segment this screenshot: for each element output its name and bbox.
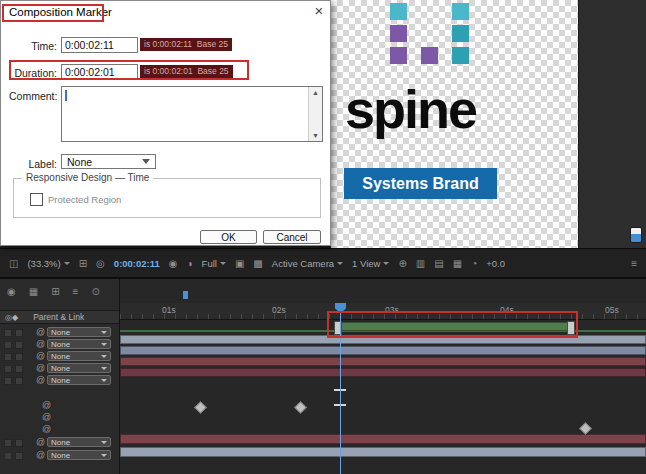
- label-select-value: None: [67, 156, 92, 168]
- layer-switch-cell[interactable]: [4, 452, 12, 460]
- scroll-thumb[interactable]: [630, 227, 642, 243]
- layer-row: @: [0, 411, 119, 423]
- layer-duration-bar[interactable]: [120, 357, 646, 366]
- layer-duration-bar[interactable]: [120, 434, 646, 444]
- ok-button[interactable]: OK: [200, 230, 257, 244]
- caret-down-icon: [101, 367, 107, 370]
- region-of-interest-icon[interactable]: ▣: [235, 258, 244, 269]
- timeline-button-icon[interactable]: ▤: [434, 258, 443, 269]
- chevron-down-icon: [142, 159, 150, 164]
- time-input[interactable]: 0:00:02:11: [61, 37, 138, 53]
- ruler-label: 02s: [272, 305, 286, 315]
- layer-switch-cell[interactable]: [15, 365, 23, 373]
- annotation-box: [327, 311, 578, 338]
- draft-3d-icon[interactable]: ⊞: [51, 286, 59, 297]
- pick-whip-icon[interactable]: @: [42, 411, 51, 423]
- view-layout[interactable]: 1 View: [352, 258, 389, 269]
- frame-blending-icon[interactable]: ≡: [73, 286, 79, 297]
- fast-previews-icon[interactable]: ▥: [416, 258, 425, 269]
- work-area-marker[interactable]: [183, 291, 188, 299]
- parent-link-select[interactable]: None: [47, 351, 111, 361]
- choose-grid-guides-icon[interactable]: ⊞: [79, 258, 87, 269]
- mask-visibility-icon[interactable]: ◎: [96, 258, 105, 269]
- keyframe-diamond[interactable]: [579, 422, 592, 435]
- show-channel-icon[interactable]: ◑: [187, 258, 193, 269]
- time-info: is 0:00:02:11 Base 25: [140, 38, 232, 51]
- cancel-button[interactable]: Cancel: [263, 230, 321, 244]
- motion-blur-icon[interactable]: ⊙: [91, 286, 99, 297]
- pick-whip-icon[interactable]: @: [36, 374, 45, 386]
- parent-link-select[interactable]: None: [47, 450, 111, 460]
- caret-down-icon: [220, 262, 226, 265]
- grid-options-icon[interactable]: ◫: [9, 258, 18, 269]
- timeline-track-area[interactable]: 01s02s03s04s05s: [120, 278, 646, 474]
- close-icon[interactable]: ×: [311, 3, 327, 19]
- annotation-box: [9, 60, 249, 80]
- pick-whip-icon[interactable]: @: [42, 423, 51, 435]
- exposure-value[interactable]: +0.0: [486, 258, 505, 269]
- find-icon[interactable]: ◉: [7, 286, 16, 297]
- parent-link-header: Parent & Link: [33, 312, 84, 322]
- pick-whip-icon[interactable]: @: [36, 326, 45, 338]
- parent-link-value: None: [51, 451, 70, 460]
- pick-whip-icon[interactable]: @: [42, 399, 51, 411]
- responsive-design-group: Responsive Design — Time Protected Regio…: [13, 178, 321, 218]
- exposure-value-value: +0.0: [486, 258, 505, 269]
- keyframe-diamond[interactable]: [294, 401, 307, 414]
- layer-switch-cell[interactable]: [15, 452, 23, 460]
- parent-link-select[interactable]: None: [47, 339, 111, 349]
- parent-link-value: None: [51, 352, 70, 361]
- resolution[interactable]: Full: [202, 258, 226, 269]
- layer-duration-bar[interactable]: [120, 368, 646, 377]
- layer-switch-cell[interactable]: [15, 439, 23, 447]
- scroll-up-icon[interactable]: ▲: [312, 89, 319, 96]
- parent-link-select[interactable]: None: [47, 327, 111, 337]
- pick-whip-icon[interactable]: @: [36, 338, 45, 350]
- caret-down-icon: [101, 441, 107, 444]
- layer-switch-cell[interactable]: [4, 341, 12, 349]
- scroll-down-icon[interactable]: ▼: [312, 132, 319, 139]
- parent-link-value: None: [51, 328, 70, 337]
- panel-gutter: [578, 0, 646, 248]
- parent-link-select[interactable]: None: [47, 375, 111, 385]
- keyframe-nav-column-icon: ◆: [12, 313, 18, 322]
- composition-flowchart-icon[interactable]: ▦: [29, 286, 38, 297]
- group-title: Responsive Design — Time: [22, 172, 153, 183]
- layer-switch-cell[interactable]: [4, 439, 12, 447]
- keyframe-diamond[interactable]: [194, 401, 207, 414]
- layer-switch-cell[interactable]: [15, 377, 23, 385]
- pick-whip-icon[interactable]: @: [36, 350, 45, 362]
- layer-duration-bar[interactable]: [120, 447, 646, 457]
- pick-whip-icon[interactable]: @: [36, 449, 45, 461]
- parent-link-select[interactable]: None: [47, 363, 111, 373]
- parent-link-value: None: [51, 376, 70, 385]
- layer-switch-cell[interactable]: [15, 341, 23, 349]
- magnification-ratio[interactable]: (33.3%): [27, 258, 69, 269]
- pick-whip-icon[interactable]: @: [36, 362, 45, 374]
- 3d-view[interactable]: Active Camera: [272, 258, 343, 269]
- exposure-icon[interactable]: ◔: [471, 258, 477, 269]
- current-time[interactable]: 0:00:02:11: [114, 258, 160, 269]
- scrollbar[interactable]: ▲ ▼: [308, 87, 322, 141]
- panel-menu-icon[interactable]: ≡: [631, 258, 637, 269]
- composition-marker-dialog: Composition Marker × Time: 0:00:02:11 is…: [0, 0, 331, 246]
- parent-link-select[interactable]: None: [47, 437, 111, 447]
- layer-switch-cell[interactable]: [4, 353, 12, 361]
- logo-square: [452, 47, 469, 64]
- pick-whip-icon[interactable]: @: [36, 436, 45, 448]
- layer-duration-bar[interactable]: [120, 346, 646, 355]
- current-time-value: 0:00:02:11: [114, 258, 160, 269]
- layer-switch-cell[interactable]: [15, 353, 23, 361]
- text-caret: [65, 90, 67, 101]
- flowchart-button-icon[interactable]: ▦: [453, 258, 462, 269]
- transparency-grid-icon[interactable]: ▩: [253, 258, 262, 269]
- layer-switch-cell[interactable]: [15, 329, 23, 337]
- layer-switch-cell[interactable]: [4, 329, 12, 337]
- protected-region-checkbox[interactable]: [30, 193, 43, 206]
- pixel-aspect-icon[interactable]: ⊕: [398, 258, 406, 269]
- comment-textarea[interactable]: ▲ ▼: [61, 86, 323, 142]
- snapshot-icon[interactable]: ◉: [169, 258, 178, 269]
- label-select[interactable]: None: [61, 154, 156, 169]
- layer-switch-cell[interactable]: [4, 365, 12, 373]
- layer-switch-cell[interactable]: [4, 377, 12, 385]
